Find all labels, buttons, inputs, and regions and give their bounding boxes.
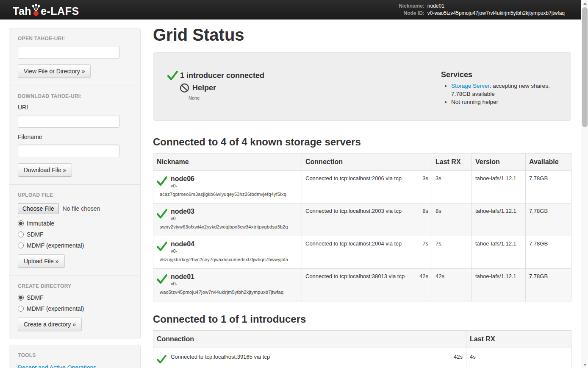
storage-table-header: Nickname Connection Last RX Version Avai…: [153, 153, 571, 171]
server-nickname: node06: [171, 175, 298, 183]
filename-field-label: Filename: [18, 134, 132, 140]
node-id-label: Node ID:: [399, 10, 424, 17]
helper-detail: None: [189, 95, 441, 100]
download-uri-section: DOWNLOAD TAHOE-URI: URI Filename Downloa…: [9, 86, 140, 184]
col-last-rx: Last RX: [466, 331, 571, 348]
scroll-down-arrow[interactable]: [581, 361, 588, 368]
storage-servers-table: Nickname Connection Last RX Version Avai…: [153, 153, 571, 301]
grid-status-page: Tah e-LAFS Nickname: node01 Node ID: v0-…: [0, 0, 588, 368]
download-uri-label: DOWNLOAD TAHOE-URI:: [18, 93, 132, 99]
check-icon: [157, 241, 167, 251]
col-available: Available: [526, 153, 571, 171]
server-node-id: v6zuyjkbrrkqy2bvc2cny7qwax5sxumedsxfzfjw…: [160, 257, 298, 262]
vertical-scrollbar[interactable]: [581, 0, 588, 368]
helper-status: Helper: [180, 83, 441, 93]
server-connection: Connected to tcp:localhost:2003 via tcp: [305, 208, 402, 214]
server-nickname: node01: [171, 273, 298, 281]
introducer-connection: Connected to tcp:localhost:39165 via tcp: [171, 354, 270, 360]
check-icon: [157, 176, 167, 186]
download-uri-input[interactable]: [18, 115, 119, 128]
server-available: 7.78GB: [526, 269, 571, 301]
introducers-table: Connection Last RX Connected to tcp:loca…: [153, 330, 571, 368]
open-uri-input[interactable]: [18, 46, 119, 59]
server-node-id: acaz7qptmeo6m3asjlgkb6iwlyuqey53hz26tbdm…: [160, 192, 298, 197]
upload-file-label: UPLOAD FILE: [18, 192, 132, 198]
check-icon: [157, 354, 166, 364]
table-row: Connected to tcp:localhost:39165 via tcp…: [153, 348, 571, 368]
service-item-storage: Storage Server: accepting new shares, 7.…: [451, 82, 570, 98]
introducers-heading: Connected to 1 of 1 introducers: [153, 313, 571, 325]
col-connection: Connection: [153, 331, 466, 348]
status-summary-well: 1 introducer connected Helper None Servi…: [153, 52, 571, 121]
tools-label: TOOLS: [18, 352, 132, 358]
download-file-button[interactable]: Download File »: [18, 163, 72, 177]
create-directory-section: CREATE DIRECTORY SDMF MDMF (experimental…: [9, 276, 140, 339]
sdmf-radio[interactable]: [18, 231, 24, 237]
upload-format-sdmf[interactable]: SDMF: [18, 231, 132, 238]
tahoe-sprout-icon: [32, 3, 40, 16]
scroll-up-arrow[interactable]: [581, 0, 588, 7]
upload-file-button[interactable]: Upload File »: [18, 254, 65, 268]
col-last-rx: Last RX: [432, 153, 472, 171]
introducer-last-rx: 4s: [466, 348, 571, 368]
server-connection: Connected to tcp:localhost:2006 via tcp: [305, 175, 402, 181]
server-available: 7.78GB: [526, 236, 571, 269]
introducers-table-header: Connection Last RX: [153, 331, 571, 348]
server-last-rx: 3s: [432, 171, 472, 204]
nickname-value: node01: [427, 3, 565, 9]
check-icon: [167, 70, 178, 81]
col-version: Version: [472, 153, 526, 171]
storage-server-link[interactable]: Storage Server: [451, 83, 490, 89]
server-version: tahoe-lafs/1.12.1: [472, 236, 526, 269]
mkdir-mdmf-radio[interactable]: [18, 306, 24, 312]
node-id-value: v0-wao5tzv45pmoju47jow7rvl4ukirjm5ytbh2k…: [427, 10, 565, 17]
col-connection: Connection: [302, 153, 432, 171]
create-directory-button[interactable]: Create a directory »: [18, 318, 82, 331]
node-info: Nickname: node01 Node ID: v0-wao5tzv45pm…: [399, 3, 565, 17]
table-row: node03 v0- swny2viyw63ofxwi4x2yykd2woqjb…: [153, 204, 571, 236]
open-uri-label: OPEN TAHOE-URI:: [18, 36, 132, 42]
check-icon: [157, 209, 167, 219]
upload-format-mdmf[interactable]: MDMF (experimental): [18, 242, 132, 249]
server-connection: Connected to tcp:localhost:38013 via tcp: [305, 273, 405, 279]
tahoe-lafs-logo: Tah e-LAFS: [13, 2, 79, 17]
server-version: tahoe-lafs/1.12.1: [472, 171, 526, 204]
upload-file-section: UPLOAD FILE Choose File No file chosen I…: [9, 184, 140, 276]
main-content: Grid Status 1 introducer connected Helpe…: [153, 20, 571, 368]
logo-text-post: e-LAFS: [41, 5, 79, 17]
services-heading: Services: [441, 70, 570, 79]
view-file-button[interactable]: View File or Directory »: [18, 64, 91, 78]
page-title: Grid Status: [153, 25, 571, 45]
server-connection: Connected to tcp:localhost:2004 via tcp: [305, 240, 402, 247]
mkdir-sdmf-radio[interactable]: [18, 295, 24, 301]
sidebar-main-panel: OPEN TAHOE-URI: View File or Directory »…: [9, 28, 141, 339]
col-nickname: Nickname: [153, 153, 302, 171]
download-filename-input[interactable]: [18, 145, 119, 157]
services-list: Storage Server: accepting new shares, 7.…: [451, 82, 570, 106]
open-uri-section: OPEN TAHOE-URI: View File or Directory »: [9, 28, 140, 86]
mkdir-format-mdmf[interactable]: MDMF (experimental): [18, 305, 132, 312]
mkdir-format-sdmf[interactable]: SDMF: [18, 294, 132, 301]
service-item-helper: Not running helper: [451, 98, 570, 106]
server-version: tahoe-lafs/1.12.1: [472, 269, 526, 301]
mdmf-radio[interactable]: [18, 243, 24, 248]
scrollbar-thumb[interactable]: [582, 7, 588, 127]
upload-format-immutable[interactable]: Immutable: [18, 220, 132, 227]
check-icon: [157, 274, 167, 284]
no-file-chosen-text: No file chosen: [63, 205, 100, 212]
server-available: 7.78GB: [526, 204, 571, 236]
circle-slash-icon: [180, 83, 189, 93]
server-version: tahoe-lafs/1.12.1: [472, 204, 526, 236]
helper-status-text: Helper: [192, 84, 216, 92]
server-available: 7.78GB: [526, 171, 571, 204]
storage-servers-heading: Connected to 4 of 4 known storage server…: [153, 136, 571, 148]
introducer-status-text: 1 introducer connected: [180, 71, 264, 80]
table-row: node04 v0- v6zuyjkbrrkqy2bvc2cny7qwax5sx…: [153, 236, 571, 269]
immutable-radio[interactable]: [18, 220, 24, 226]
introducer-status: 1 introducer connected: [167, 70, 441, 81]
uri-field-label: URI: [18, 104, 132, 111]
recent-operations-link[interactable]: Recent and Active Operations: [18, 364, 132, 368]
server-nickname: node03: [171, 208, 298, 215]
server-node-id: swny2viyw63ofxwi4x2yykd2woqjbpx3cw34xtri…: [160, 224, 298, 230]
choose-file-button[interactable]: Choose File: [18, 203, 59, 214]
